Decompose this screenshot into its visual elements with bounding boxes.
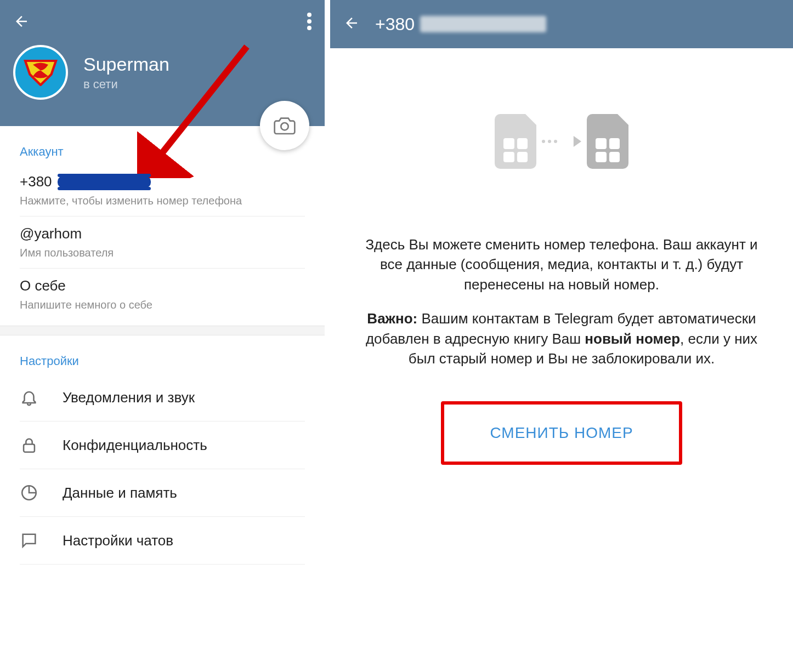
change-number-description: Здесь Вы можете сменить номер телефона. … — [358, 235, 766, 294]
svg-rect-7 — [24, 445, 35, 452]
arrow-right-icon — [563, 133, 581, 150]
lock-icon — [20, 436, 63, 454]
settings-item-label: Данные и память — [63, 485, 177, 502]
more-menu-icon[interactable] — [307, 12, 311, 33]
header-phone-redacted — [420, 16, 546, 32]
change-number-screen: +380 Здесь Вы можете сменить номер телеф… — [325, 0, 793, 672]
back-icon[interactable] — [13, 13, 30, 32]
profile-header: Superman в сети — [0, 0, 325, 126]
display-name: Superman — [83, 54, 169, 75]
about-title: О себе — [20, 277, 305, 294]
svg-point-2 — [307, 26, 311, 30]
settings-item-label: Настройки чатов — [63, 532, 173, 549]
phone-row[interactable]: +380 Нажмите, чтобы изменить номер телеф… — [20, 164, 305, 217]
settings-item-label: Уведомления и звук — [63, 389, 195, 406]
svg-point-4 — [281, 123, 288, 130]
change-number-button[interactable]: СМЕНИТЬ НОМЕР — [441, 401, 682, 465]
settings-item-chats[interactable]: Настройки чатов — [20, 517, 305, 565]
sim-old-icon — [495, 114, 536, 169]
username-value: @yarhom — [20, 225, 305, 242]
about-hint: Напишите немного о себе — [20, 299, 305, 311]
pie-chart-icon — [20, 483, 63, 502]
settings-item-notifications[interactable]: Уведомления и звук — [20, 374, 305, 422]
bell-icon — [20, 388, 63, 407]
settings-item-data[interactable]: Данные и память — [20, 469, 305, 517]
settings-section-title: Настройки — [20, 354, 305, 368]
phone-redacted — [58, 176, 151, 188]
svg-point-1 — [307, 19, 311, 24]
phone-hint: Нажмите, чтобы изменить номер телефона — [20, 195, 305, 207]
username-hint: Имя пользователя — [20, 247, 305, 259]
change-number-header: +380 — [330, 0, 793, 48]
chat-icon — [20, 531, 63, 550]
svg-point-0 — [307, 13, 311, 17]
settings-screen: Superman в сети Аккаунт +380 Нажмите — [0, 0, 325, 672]
back-icon[interactable] — [343, 15, 360, 33]
account-section-title: Аккаунт — [20, 145, 305, 159]
change-number-important: Важно: Вашим контактам в Telegram будет … — [358, 309, 766, 368]
online-status: в сети — [83, 77, 169, 92]
username-row[interactable]: @yarhom Имя пользователя — [20, 217, 305, 269]
svg-marker-9 — [563, 136, 581, 147]
phone-prefix: +380 — [20, 173, 52, 190]
settings-item-label: Конфиденциальность — [63, 437, 207, 454]
header-phone-prefix: +380 — [375, 14, 415, 35]
camera-button[interactable] — [260, 101, 309, 150]
section-divider — [0, 326, 325, 335]
about-row[interactable]: О себе Напишите немного о себе — [20, 269, 305, 320]
sim-transfer-graphic — [358, 114, 766, 169]
avatar[interactable] — [13, 45, 68, 100]
sim-new-icon — [587, 114, 628, 169]
settings-item-privacy[interactable]: Конфиденциальность — [20, 422, 305, 469]
